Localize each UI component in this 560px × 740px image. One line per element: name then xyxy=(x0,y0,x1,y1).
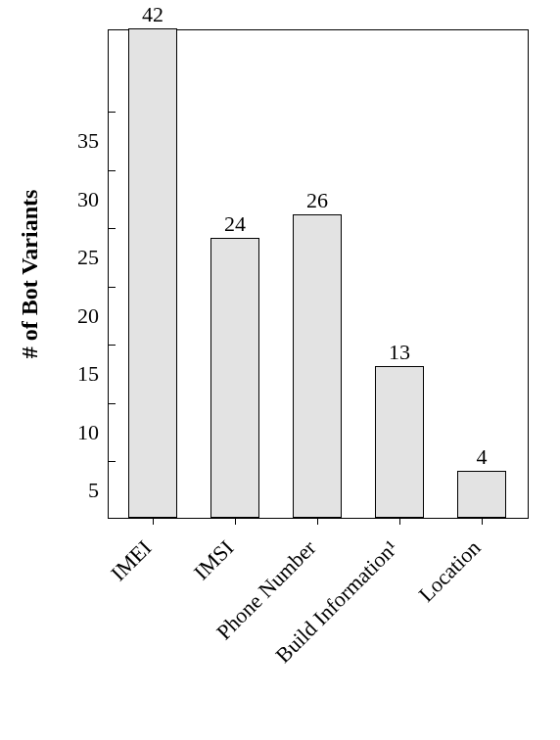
x-tick xyxy=(317,518,318,525)
y-tick xyxy=(109,403,116,404)
bar-imsi xyxy=(210,238,259,518)
y-tick-label: 25 xyxy=(77,245,99,270)
x-tick xyxy=(153,518,154,525)
x-tick-label: Phone Number xyxy=(164,535,321,692)
chart-container: # of Bot Variants 5 10 15 20 25 30 35 42… xyxy=(0,0,560,740)
y-tick-label: 15 xyxy=(77,361,99,387)
y-tick-label: 5 xyxy=(88,478,99,503)
y-tick xyxy=(109,345,116,346)
bar-build-information xyxy=(375,366,424,518)
x-tick-label: IMSI xyxy=(82,535,239,692)
bar-value-label: 4 xyxy=(477,444,488,470)
bar-value-label: 26 xyxy=(306,188,328,213)
y-tick xyxy=(109,287,116,288)
x-tick xyxy=(482,518,483,525)
y-tick xyxy=(109,228,116,229)
bar-imei xyxy=(128,28,177,518)
bar-value-label: 13 xyxy=(389,340,410,365)
y-tick-label: 35 xyxy=(77,128,99,154)
y-tick xyxy=(109,461,116,462)
bar-location xyxy=(457,471,506,518)
x-tick-label: IMEI xyxy=(0,535,157,692)
x-tick xyxy=(235,518,236,525)
y-axis-label: # of Bot Variants xyxy=(17,190,43,359)
y-tick-label: 20 xyxy=(77,303,99,329)
x-tick xyxy=(399,518,400,525)
x-tick-label: Location xyxy=(329,535,486,692)
y-tick xyxy=(109,112,116,113)
bar-phone-number xyxy=(293,214,342,518)
y-tick-label: 30 xyxy=(77,187,99,212)
y-tick xyxy=(109,170,116,171)
plot-area: 5 10 15 20 25 30 35 42 24 26 13 4 IMEI I… xyxy=(108,29,529,519)
y-tick-label: 10 xyxy=(77,420,99,445)
bar-value-label: 42 xyxy=(142,2,163,27)
bar-value-label: 24 xyxy=(224,211,246,237)
